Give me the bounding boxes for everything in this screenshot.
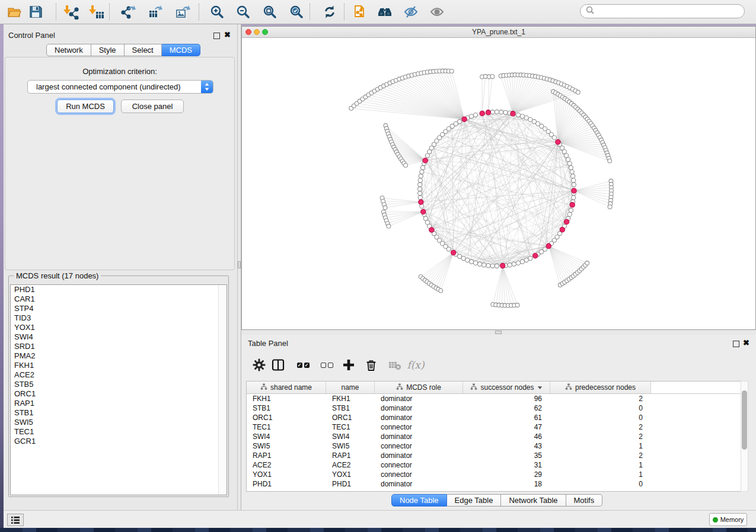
mcds-result-item[interactable]: PHD1 bbox=[11, 285, 227, 294]
run-mcds-button[interactable]: Run MCDS bbox=[57, 100, 114, 113]
import-table-icon[interactable] bbox=[89, 4, 104, 20]
table-row[interactable]: SWI5SWI5connector431 bbox=[247, 441, 748, 451]
column-settings-icon[interactable] bbox=[251, 357, 267, 373]
mcds-result-list[interactable]: PHD1CAR1STP4TID3YOX1SWI4SRD1PMA2FKH1ACE2… bbox=[10, 284, 227, 495]
table-row[interactable]: FKH1FKH1dominator962 bbox=[247, 394, 748, 403]
zoom-fit-icon[interactable] bbox=[262, 4, 277, 20]
criterion-select[interactable]: largest connected component (undirected) bbox=[27, 80, 213, 94]
network-canvas[interactable] bbox=[242, 38, 755, 329]
mcds-result-item[interactable]: STB5 bbox=[11, 380, 227, 389]
table-row[interactable]: TEC1TEC1connector472 bbox=[247, 422, 748, 432]
mcds-result-item[interactable]: TID3 bbox=[11, 313, 227, 323]
splitter-handle[interactable] bbox=[238, 261, 241, 268]
tab-network-table[interactable]: Network Table bbox=[501, 494, 566, 507]
tab-select[interactable]: Select bbox=[125, 44, 162, 56]
close-panel-icon[interactable]: ✖ bbox=[224, 29, 231, 40]
horizontal-splitter[interactable] bbox=[241, 330, 756, 335]
table-row[interactable]: ACE2ACE2connector311 bbox=[247, 460, 748, 470]
list-scrollbar[interactable] bbox=[218, 285, 227, 495]
table-row[interactable]: SWI4SWI4dominator462 bbox=[247, 432, 748, 441]
mcds-result-item[interactable]: STB1 bbox=[11, 408, 227, 418]
memory-status-icon bbox=[713, 517, 718, 523]
cell-predecessor-nodes: 0 bbox=[550, 403, 651, 413]
mcds-result-item[interactable]: SWI5 bbox=[11, 418, 227, 427]
mcds-result-item[interactable]: ORC1 bbox=[11, 389, 227, 399]
column-header-name[interactable]: name bbox=[326, 382, 375, 393]
column-header-shared-name[interactable]: shared name bbox=[247, 382, 326, 393]
column-header-predecessor-nodes[interactable]: predecessor nodes bbox=[550, 382, 651, 393]
table-panel-title: Table Panel bbox=[248, 338, 288, 348]
zoom-selected-icon[interactable] bbox=[289, 4, 304, 20]
cell-name: SWI5 bbox=[326, 441, 375, 451]
splitter-handle[interactable] bbox=[495, 331, 502, 334]
open-session-icon[interactable] bbox=[7, 4, 22, 20]
tab-network[interactable]: Network bbox=[46, 44, 91, 56]
mcds-result-item[interactable]: CAR1 bbox=[11, 294, 227, 304]
cell-shared-name: FKH1 bbox=[247, 394, 326, 403]
mcds-result-item[interactable]: RAP1 bbox=[11, 399, 227, 408]
function-builder-icon[interactable]: f(x) bbox=[408, 357, 423, 373]
close-panel-button[interactable]: Close panel bbox=[121, 100, 184, 113]
mcds-result-item[interactable]: SWI4 bbox=[11, 332, 227, 342]
mcds-result-item[interactable]: PMA2 bbox=[11, 351, 227, 361]
import-network-icon[interactable] bbox=[63, 4, 79, 20]
cell-name: FKH1 bbox=[326, 394, 375, 403]
mcds-result-item[interactable]: ACE2 bbox=[11, 370, 227, 380]
apply-layout-icon[interactable] bbox=[322, 4, 337, 20]
mcds-result-item[interactable]: YOX1 bbox=[11, 323, 227, 332]
tab-style[interactable]: Style bbox=[91, 44, 125, 56]
save-session-icon[interactable] bbox=[28, 4, 43, 20]
zoom-out-icon[interactable] bbox=[235, 4, 251, 20]
float-panel-icon[interactable] bbox=[733, 339, 739, 350]
vertical-splitter[interactable] bbox=[237, 24, 241, 510]
tab-node-table[interactable]: Node Table bbox=[391, 494, 447, 507]
clear-table-icon[interactable] bbox=[387, 357, 403, 373]
mcds-result-item[interactable]: TEC1 bbox=[11, 427, 227, 437]
tab-edge-table[interactable]: Edge Table bbox=[447, 494, 502, 507]
column-header-MCDS-role[interactable]: MCDS role bbox=[375, 382, 463, 393]
cell-MCDS-role: connector bbox=[375, 460, 463, 470]
first-neighbors-icon[interactable] bbox=[377, 4, 393, 20]
mcds-result-item[interactable]: FKH1 bbox=[11, 361, 227, 370]
select-all-rows-icon[interactable]: ✓✓ bbox=[295, 357, 311, 373]
float-panel-icon[interactable] bbox=[213, 31, 220, 41]
hide-selected-icon[interactable] bbox=[403, 4, 419, 20]
table-row[interactable]: STB1STB1dominator620 bbox=[247, 403, 748, 413]
cell-name: ORC1 bbox=[326, 413, 375, 422]
mcds-result-item[interactable]: GCR1 bbox=[11, 437, 227, 446]
table-row[interactable]: YOX1YOX1connector291 bbox=[247, 470, 748, 479]
close-panel-icon[interactable]: ✖ bbox=[743, 337, 749, 348]
deselect-all-rows-icon[interactable] bbox=[319, 357, 334, 373]
mcds-result-item[interactable]: STP4 bbox=[11, 304, 227, 313]
table-header-row: shared namenameMCDS rolesuccessor nodesp… bbox=[247, 382, 748, 394]
table-scrollbar[interactable] bbox=[741, 381, 748, 492]
select-stepper-icon bbox=[201, 81, 213, 93]
cell-shared-name: PHD1 bbox=[247, 479, 326, 489]
column-header-successor-nodes[interactable]: successor nodes bbox=[463, 382, 550, 393]
export-network-icon[interactable] bbox=[120, 4, 136, 20]
tab-motifs[interactable]: Motifs bbox=[566, 494, 603, 507]
table-row[interactable]: RAP1RAP1dominator352 bbox=[247, 451, 748, 460]
mcds-result-item[interactable]: SRD1 bbox=[11, 342, 227, 351]
delete-columns-icon[interactable] bbox=[363, 357, 379, 373]
toggle-panel-layout-icon[interactable] bbox=[270, 357, 286, 373]
tab-mcds[interactable]: MCDS bbox=[162, 44, 200, 56]
cell-MCDS-role: dominator bbox=[375, 413, 463, 422]
export-image-icon[interactable] bbox=[175, 4, 190, 20]
new-network-from-selection-icon[interactable] bbox=[352, 4, 368, 20]
cell-predecessor-nodes: 2 bbox=[550, 394, 651, 403]
node-table: shared namenameMCDS rolesuccessor nodesp… bbox=[246, 381, 748, 492]
table-row[interactable]: PHD1PHD1dominator180 bbox=[247, 479, 748, 489]
show-all-icon[interactable] bbox=[429, 4, 445, 20]
network-window-titlebar[interactable]: YPA_prune.txt_1 bbox=[242, 27, 755, 38]
task-history-button[interactable] bbox=[7, 514, 24, 526]
add-column-icon[interactable] bbox=[341, 357, 356, 373]
export-table-icon[interactable] bbox=[148, 4, 163, 20]
scrollbar-thumb[interactable] bbox=[742, 390, 747, 450]
table-row[interactable]: ORC1ORC1dominator610 bbox=[247, 413, 748, 422]
zoom-in-icon[interactable] bbox=[209, 4, 225, 20]
memory-button[interactable]: Memory bbox=[709, 513, 747, 526]
table-body: FKH1FKH1dominator962STB1STB1dominator620… bbox=[247, 394, 748, 489]
toolbar-separator bbox=[109, 4, 110, 20]
search-input[interactable] bbox=[580, 4, 745, 18]
